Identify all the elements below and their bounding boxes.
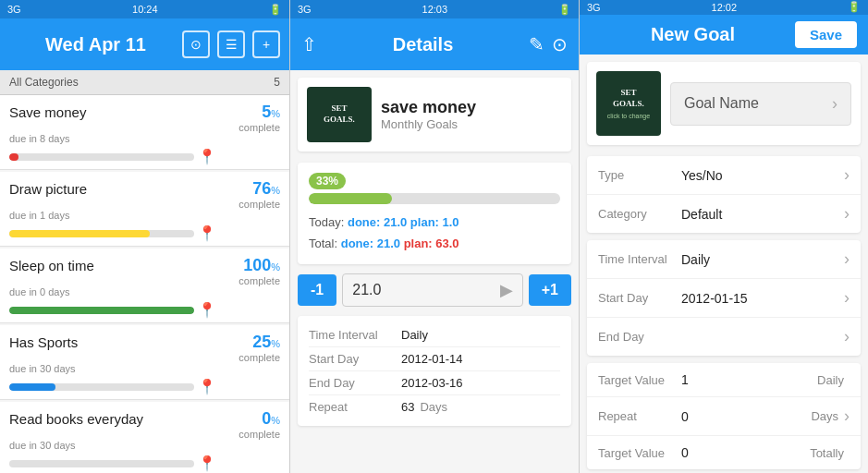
goal-item[interactable]: Has Sports 25 % complete due in 30 days … [0, 325, 289, 400]
complete-label: complete [238, 122, 280, 133]
total-done: done: 21.0 [341, 236, 400, 250]
progress-bar [309, 193, 560, 204]
row-value: Yes/No [681, 168, 844, 183]
today-label: Today: [309, 215, 344, 229]
minus-button[interactable]: -1 [298, 274, 336, 306]
pct-symbol: % [271, 415, 280, 426]
time-display-3: 12:02 [712, 2, 738, 13]
interval-row[interactable]: Start Day 2012-01-15 › [587, 279, 861, 318]
today-plan: plan: 1.0 [410, 215, 459, 229]
progress-fill [9, 307, 194, 314]
interval-row[interactable]: End Day › [587, 318, 861, 356]
chevron-icon: › [844, 249, 850, 269]
pct-number: 5 [262, 103, 271, 122]
new-goal-title: New Goal [591, 24, 795, 45]
goal-item[interactable]: Save money 5 % complete due in 8 days 📍 [0, 95, 289, 170]
row-value: 0 [681, 445, 810, 460]
save-button[interactable]: Save [795, 21, 857, 48]
progress-fill [9, 230, 150, 237]
type-row[interactable]: Category Default › [587, 195, 861, 233]
value-row: Target Value 1 Daily [587, 363, 861, 397]
value-controls: -1 21.0 ▶ +1 [298, 273, 571, 307]
row-value: 0 [681, 409, 811, 424]
pct-symbol: % [271, 338, 280, 349]
goal-name: Has Sports [9, 334, 78, 350]
circle-down-icon[interactable]: ⊙ [182, 30, 210, 58]
share-icon[interactable]: ⇧ [301, 33, 317, 55]
panel3-header: New Goal Save [580, 15, 868, 55]
pct-symbol: % [271, 185, 280, 196]
goal-info: save money Monthly Goals [381, 98, 476, 131]
complete-label: complete [238, 199, 280, 210]
chalk3-line2: GOALS. [613, 99, 644, 110]
complete-label: complete [238, 429, 280, 440]
detail-label: End Day [309, 376, 401, 390]
row-value: Daily [681, 252, 844, 267]
detail-unit: Days [420, 400, 447, 414]
goal-name-field[interactable]: Goal Name › [670, 82, 851, 126]
goal-name: Read books everyday [9, 411, 143, 427]
row-label: End Day [598, 330, 681, 344]
status-bar-2: 3G 12:03 🔋 [290, 0, 579, 18]
add-icon[interactable]: + [252, 30, 280, 58]
row-unit: Days [811, 409, 838, 423]
goal-image-placeholder[interactable]: SET GOALS. click to change [596, 71, 661, 136]
detail-value: 63 [401, 400, 414, 414]
goal-item[interactable]: Sleep on time 100 % complete due in 0 da… [0, 249, 289, 323]
chalk-line1: SET [324, 103, 355, 115]
pct-symbol: % [271, 261, 280, 273]
goals-list: Save money 5 % complete due in 8 days 📍 … [0, 95, 289, 473]
pin-icon: 📍 [198, 224, 216, 242]
time-display: 10:24 [132, 4, 158, 15]
status-bar-1: 3G 10:24 🔋 [0, 0, 289, 18]
chalk-line2: GOALS. [324, 115, 355, 126]
detail-row: End Day 2012-03-16 [309, 371, 560, 395]
progress-card: 33% Today: done: 21.0 plan: 1.0 Total: d… [298, 163, 571, 264]
pct-number: 25 [252, 333, 271, 352]
due-label: due in 0 days [9, 286, 280, 297]
pct-symbol: % [271, 108, 280, 119]
details-section: Time Interval Daily Start Day 2012-01-14… [298, 316, 571, 426]
chevron-icon: › [844, 288, 850, 308]
row-label: Type [598, 168, 681, 182]
goal-item[interactable]: Draw picture 76 % complete due in 1 days… [0, 172, 289, 247]
detail-row: Start Day 2012-01-14 [309, 347, 560, 371]
row-unit: Daily [817, 373, 844, 387]
chalk3-line1: SET [613, 88, 644, 99]
detail-value: 2012-03-16 [401, 376, 463, 390]
edit-icon[interactable]: ✎ [529, 33, 544, 55]
interval-row[interactable]: Time Interval Daily › [587, 240, 861, 279]
row-value: Default [681, 207, 844, 222]
detail-label: Repeat [309, 400, 401, 414]
pct-badge: 33% [309, 173, 346, 189]
goal-name-card: SET GOALS. click to change Goal Name › [587, 62, 861, 145]
type-section: Type Yes/No › Category Default › [587, 156, 861, 233]
list-icon[interactable]: ☰ [217, 30, 245, 58]
value-display: 21.0 ▶ [342, 273, 523, 307]
goal-name: Save money [9, 104, 86, 120]
goal-item[interactable]: Read books everyday 0 % complete due in … [0, 402, 289, 473]
row-label: Repeat [598, 409, 681, 423]
plus-button[interactable]: +1 [529, 274, 571, 306]
category-bar: All Categories 5 [0, 70, 289, 95]
value-row[interactable]: Repeat 0 Days › [587, 397, 861, 436]
detail-row: Time Interval Daily [309, 323, 560, 347]
interval-section: Time Interval Daily › Start Day 2012-01-… [587, 240, 861, 356]
type-row[interactable]: Type Yes/No › [587, 156, 861, 195]
progress-bar [9, 230, 194, 237]
menu-icon[interactable]: ⊙ [552, 33, 568, 55]
detail-row: Repeat 63 Days [309, 395, 560, 418]
panel-details: 3G 12:03 🔋 ⇧ Details ✎ ⊙ SET GOALS. save… [289, 0, 579, 473]
progress-bar-fill [309, 193, 392, 204]
detail-value: 2012-01-14 [401, 352, 463, 366]
row-label: Start Day [598, 291, 681, 305]
due-label: due in 30 days [9, 363, 280, 374]
due-label: due in 8 days [9, 133, 280, 144]
signal-icon-3: 3G [587, 2, 601, 13]
play-icon[interactable]: ▶ [500, 280, 513, 300]
pin-icon: 📍 [198, 455, 216, 472]
value-section: Target Value 1 Daily Repeat 0 Days › Tar… [587, 363, 861, 469]
pct-number: 0 [262, 409, 271, 429]
goal-image: SET GOALS. [307, 87, 372, 142]
battery-icon: 🔋 [269, 4, 282, 16]
